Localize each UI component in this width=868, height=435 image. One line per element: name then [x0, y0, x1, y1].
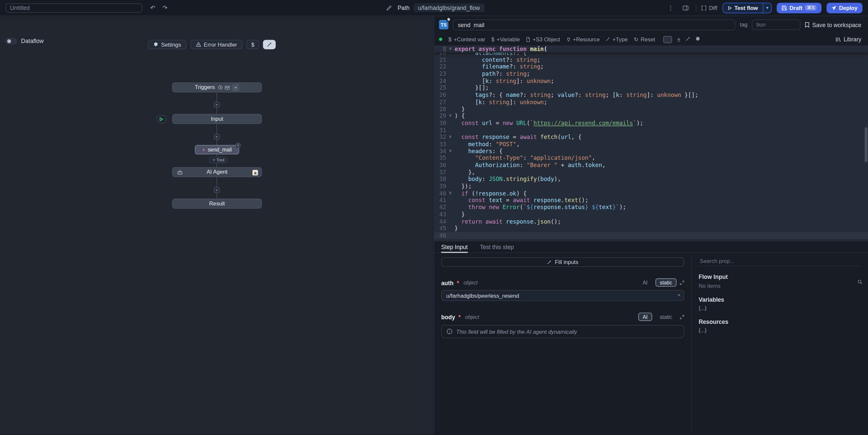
code-line: 23 path?: string;	[434, 70, 868, 77]
line-number: 40	[434, 190, 446, 196]
line-number: 44	[434, 218, 446, 225]
auth-resource-input[interactable]	[441, 290, 684, 301]
code-editor[interactable]: 20 attachments?: {21 content?: string;22…	[434, 45, 868, 241]
save-to-workspace-button[interactable]: Save to workspace	[805, 21, 861, 28]
deploy-icon	[831, 5, 836, 10]
fold-icon[interactable]: ∨	[446, 190, 454, 196]
ai-gen-button[interactable]	[663, 36, 673, 43]
fill-inputs-button[interactable]: Fill inputs	[441, 257, 684, 267]
edit-path-icon[interactable]	[384, 5, 394, 10]
line-number: 22	[434, 63, 446, 70]
add-trigger-button[interactable]: +	[232, 84, 239, 91]
auth-static-mode-button[interactable]: static	[655, 278, 676, 286]
add-type-button[interactable]: +Type	[606, 36, 628, 42]
fold-icon[interactable]: ∨	[446, 134, 454, 141]
prop-search-input[interactable]	[699, 256, 861, 266]
tab-test-this-step[interactable]: Test this step	[480, 241, 514, 252]
script-icon	[202, 148, 206, 152]
line-number: 41	[434, 197, 446, 204]
add-s3-object-button[interactable]: +S3 Object	[526, 36, 560, 42]
variables-object-badge[interactable]: {...}	[699, 305, 707, 311]
settings-button[interactable]: Settings	[148, 40, 187, 49]
clear-icon[interactable]: ×	[677, 292, 680, 298]
resources-object-badge[interactable]: {...}	[699, 327, 707, 333]
code-line: 28 }	[434, 105, 868, 113]
path-value[interactable]: u/farhadglbs/grand_flow	[413, 3, 484, 12]
remove-tool-icon[interactable]: ×	[235, 143, 241, 149]
node-result[interactable]: Result	[172, 199, 262, 209]
test-flow-dropdown[interactable]: ▾	[763, 3, 771, 12]
panel-layout-icon[interactable]	[681, 5, 691, 10]
editor-settings-icon[interactable]	[695, 36, 700, 43]
insert-step-button[interactable]: +	[214, 134, 220, 140]
node-input[interactable]: Input	[172, 114, 262, 124]
code-line: 35 "Content-Type": "application/json",	[434, 154, 868, 161]
ai-wand-icon[interactable]	[685, 36, 690, 43]
more-menu-icon[interactable]: ⋮	[666, 4, 676, 11]
add-context-var-button[interactable]: $ +Context var	[448, 36, 485, 42]
redo-icon[interactable]: ↷	[160, 4, 170, 11]
currency-button[interactable]: $	[247, 40, 259, 49]
flow-canvas[interactable]: Dataflow Settings Error Handler $ + +	[0, 16, 434, 435]
error-handler-button[interactable]: Error Handler	[191, 40, 243, 49]
code-line: 38 body: JSON.stringify(body),	[434, 176, 868, 183]
step-name-input[interactable]	[453, 19, 735, 30]
fold-spacer	[446, 225, 454, 232]
body-static-mode-button[interactable]: static	[655, 313, 676, 321]
library-button[interactable]: Library	[835, 36, 861, 43]
tab-step-input[interactable]: Step Input	[441, 241, 468, 252]
draft-button[interactable]: Draft ⌘S	[777, 3, 822, 13]
lower-panels: Fill inputs auth* object AI static	[434, 253, 868, 435]
line-number: 27	[434, 98, 446, 105]
code-line: 22 filename?: string;	[434, 63, 868, 70]
code-line: 25 }[];	[434, 84, 868, 91]
fold-spacer	[446, 84, 454, 91]
lang-settings-icon[interactable]	[446, 17, 451, 22]
expand-icon[interactable]	[680, 280, 684, 284]
fold-spacer	[446, 105, 454, 113]
line-number: 38	[434, 176, 446, 183]
dataflow-toggle[interactable]	[6, 38, 17, 44]
test-flow-button[interactable]: Test flow ▾	[722, 3, 772, 13]
auth-ai-mode-button[interactable]: AI	[638, 278, 652, 286]
node-send-mail[interactable]: send_mail	[195, 145, 239, 154]
code-line: 42 throw new Error(`${response.status} $…	[434, 204, 868, 211]
fold-icon[interactable]: ∨	[446, 148, 454, 154]
reset-button[interactable]: ↻ Reset	[634, 36, 655, 42]
plug-icon	[566, 37, 570, 42]
tag-input[interactable]	[752, 20, 801, 30]
body-ai-mode-button[interactable]: AI	[638, 313, 652, 321]
deploy-button[interactable]: Deploy	[826, 3, 862, 13]
undo-redo-group: ↶ ↷	[148, 4, 170, 11]
code-line: 30 const url = new URL(`https://api.rese…	[434, 119, 868, 126]
insert-step-button[interactable]: +	[214, 102, 220, 108]
fold-icon[interactable]: ∨	[446, 113, 454, 119]
add-resource-button[interactable]: +Resource	[566, 36, 600, 42]
dataflow-label: Dataflow	[21, 38, 44, 44]
code-line: 37 },	[434, 169, 868, 176]
diff-button[interactable]: Diff	[701, 5, 717, 10]
insert-step-button[interactable]: +	[214, 187, 220, 193]
line-number: 34	[434, 148, 446, 154]
ai-builder-button[interactable]	[263, 40, 276, 49]
ai-fill-hint: i This field will be filled by the AI ag…	[441, 325, 684, 338]
undo-icon[interactable]: ↶	[148, 4, 158, 11]
code-line: 34∨ headers: {	[434, 148, 868, 154]
node-triggers[interactable]: Triggers +	[172, 82, 262, 92]
fold-spacer	[446, 169, 454, 176]
fold-spacer	[446, 63, 454, 70]
add-tool-button[interactable]: + Tool	[209, 156, 228, 163]
flow-name-input[interactable]	[6, 3, 142, 12]
mail-icon	[225, 85, 230, 89]
node-ai-agent[interactable]: AI Agent a	[172, 167, 262, 177]
typescript-badge[interactable]: TS	[439, 20, 448, 29]
wand-icon	[267, 42, 272, 47]
wand-icon	[547, 260, 551, 264]
add-variable-button[interactable]: $ +Variable	[491, 36, 520, 42]
search-icon[interactable]	[858, 280, 862, 284]
expand-icon[interactable]	[680, 315, 684, 319]
fold-icon[interactable]: ∨	[446, 45, 454, 52]
run-input-button[interactable]	[157, 115, 166, 123]
diff-mode-icon[interactable]: ±	[677, 36, 681, 43]
editor-scrollbar[interactable]	[865, 127, 867, 162]
